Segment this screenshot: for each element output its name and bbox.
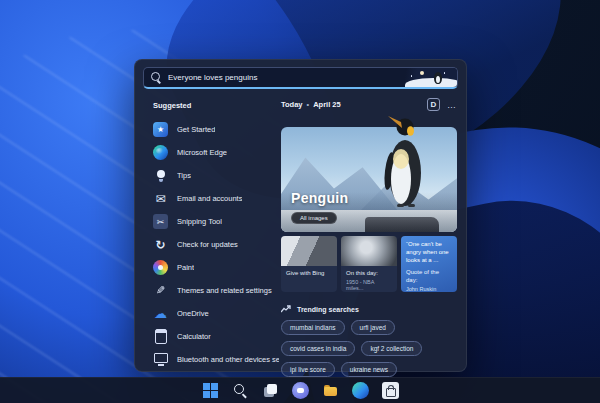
- more-options-button[interactable]: …: [447, 102, 457, 108]
- monitor-icon: [153, 352, 168, 367]
- suggested-item-check-updates[interactable]: Check for updates: [145, 233, 279, 256]
- penguin-hero-card[interactable]: Penguin All images: [281, 127, 457, 232]
- suggested-item-paint[interactable]: Paint: [145, 256, 279, 279]
- suggested-item-onedrive[interactable]: OneDrive: [145, 302, 279, 325]
- trending-chip[interactable]: covid cases in india: [281, 341, 355, 356]
- on-this-day-card[interactable]: On this day: 1950 - NBA miles...: [341, 236, 397, 292]
- chat-button[interactable]: [292, 382, 309, 399]
- suggested-item-label: Check for updates: [177, 240, 238, 249]
- onedrive-cloud-icon: [153, 306, 168, 321]
- trending-chips: mumbai indians urfi javed covid cases in…: [281, 320, 457, 377]
- edge-icon: [153, 145, 168, 160]
- daily-cards-row: Give with Bing On this day: 1950 - NBA m…: [281, 236, 457, 292]
- start-button[interactable]: [202, 382, 219, 399]
- all-images-button[interactable]: All images: [291, 212, 337, 224]
- envelope-icon: [153, 191, 168, 206]
- edge-browser-button[interactable]: [352, 382, 369, 399]
- daily-content-section: Today • April 25 D …: [281, 98, 457, 363]
- trending-header: Trending searches: [281, 305, 457, 313]
- taskbar-search-button[interactable]: [232, 382, 249, 399]
- quote-text: “One can't be angry when one looks at a …: [401, 236, 457, 265]
- suggested-title: Suggested: [153, 101, 279, 110]
- date-label[interactable]: April 25: [313, 100, 341, 109]
- trending-chip[interactable]: ipl live score: [281, 362, 335, 377]
- suggested-item-get-started[interactable]: Get Started: [145, 118, 279, 141]
- suggested-item-label: Paint: [177, 263, 194, 272]
- search-box-illustration: [399, 68, 457, 87]
- star-icon: [411, 75, 413, 77]
- trending-chip[interactable]: urfi javed: [351, 320, 395, 335]
- penguin-illustration-icon: [434, 72, 442, 84]
- suggested-item-bluetooth-devices[interactable]: Bluetooth and other devices sett...: [145, 348, 279, 371]
- refresh-icon: [153, 237, 168, 252]
- suggested-item-themes[interactable]: Themes and related settings: [145, 279, 279, 302]
- suggested-item-microsoft-edge[interactable]: Microsoft Edge: [145, 141, 279, 164]
- card-caption: Give with Bing: [281, 266, 337, 278]
- suggested-item-label: Microsoft Edge: [177, 148, 227, 157]
- suggested-item-label: Get Started: [177, 125, 215, 134]
- suggested-item-label: Bluetooth and other devices sett...: [177, 355, 279, 364]
- taskbar: [0, 377, 600, 403]
- suggested-item-tips[interactable]: Tips: [145, 164, 279, 187]
- trending-chip[interactable]: kgf 2 collection: [361, 341, 422, 356]
- suggested-item-label: Snipping Tool: [177, 217, 222, 226]
- star-icon: [444, 72, 446, 74]
- suggested-item-label: OneDrive: [177, 309, 209, 318]
- quote-of-day-card[interactable]: “One can't be angry when one looks at a …: [401, 236, 457, 292]
- suggested-item-snipping-tool[interactable]: Snipping Tool: [145, 210, 279, 233]
- card-caption: On this day:: [341, 266, 397, 278]
- penguin-image: [377, 113, 429, 213]
- daily-header: Today • April 25 D …: [281, 98, 457, 111]
- trending-up-icon: [281, 305, 291, 313]
- suggested-item-calculator[interactable]: Calculator: [145, 325, 279, 348]
- hero-title: Penguin: [291, 190, 348, 206]
- today-label: Today: [281, 100, 303, 109]
- trending-title: Trending searches: [297, 306, 359, 313]
- store-button[interactable]: [382, 382, 399, 399]
- scissors-icon: [153, 214, 168, 229]
- date-separator: •: [307, 100, 310, 109]
- suggested-section: Suggested Get Started Microsoft Edge Tip…: [145, 94, 279, 365]
- search-panel: Suggested Get Started Microsoft Edge Tip…: [134, 59, 467, 372]
- card-subcaption: 1950 - NBA miles...: [341, 278, 397, 291]
- card-caption: Quote of the day:: [401, 265, 457, 285]
- moon-icon: [420, 71, 424, 75]
- brush-icon: [153, 283, 168, 298]
- on-this-day-image: [341, 236, 397, 266]
- calculator-icon: [153, 329, 168, 344]
- lightbulb-icon: [153, 168, 168, 183]
- suggested-item-label: Tips: [177, 171, 191, 180]
- get-started-icon: [153, 122, 168, 137]
- trending-chip[interactable]: ukraine news: [341, 362, 397, 377]
- search-icon: [151, 72, 162, 83]
- suggested-item-label: Email and accounts: [177, 194, 242, 203]
- d-badge-button[interactable]: D: [427, 98, 440, 111]
- search-box[interactable]: [143, 67, 458, 89]
- give-with-bing-image: [281, 236, 337, 266]
- suggested-item-label: Calculator: [177, 332, 211, 341]
- paint-palette-icon: [153, 260, 168, 275]
- suggested-item-label: Themes and related settings: [177, 286, 272, 295]
- snow-graphic: [405, 78, 458, 89]
- card-subcaption: John Ruskin: [401, 285, 457, 292]
- file-explorer-button[interactable]: [322, 382, 339, 399]
- give-with-bing-card[interactable]: Give with Bing: [281, 236, 337, 292]
- task-view-button[interactable]: [262, 382, 279, 399]
- suggested-item-email-accounts[interactable]: Email and accounts: [145, 187, 279, 210]
- trending-chip[interactable]: mumbai indians: [281, 320, 345, 335]
